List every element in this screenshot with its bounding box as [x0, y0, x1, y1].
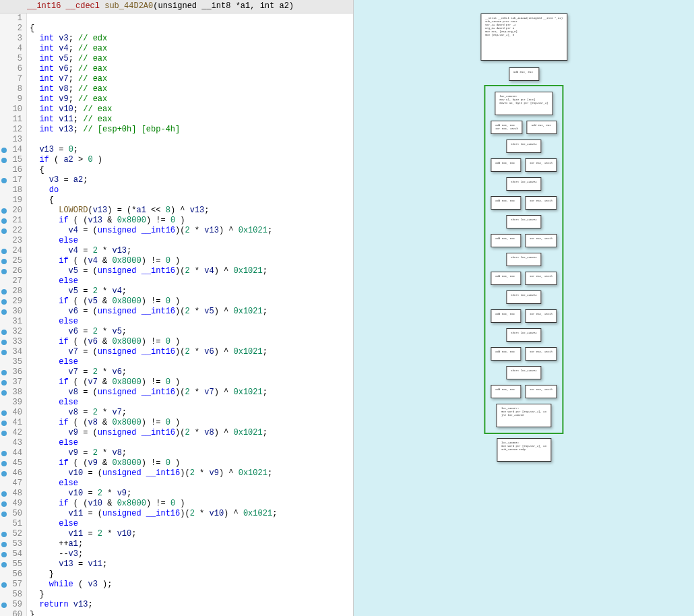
code-text[interactable]: if ( (v13 & 0x8000) != 0 ) [27, 216, 353, 226]
code-text[interactable]: { [27, 165, 353, 175]
breakpoint-dot-icon[interactable] [1, 451, 7, 456]
code-line[interactable]: 57 while ( v3 ); [0, 580, 353, 590]
breakpoint-dot-icon[interactable] [1, 228, 7, 234]
gutter[interactable]: 37 [0, 377, 27, 388]
code-text[interactable]: if ( (v6 & 0x8000) != 0 ) [27, 337, 353, 347]
graph-node[interactable]: add eax, eax [491, 196, 521, 210]
graph-node-entry[interactable]: __int16 __cdecl sub_44D2A0(unsigned __in… [480, 13, 567, 61]
code-text[interactable]: int v4; // eax [27, 44, 353, 54]
graph-node[interactable]: xor eax, 1021h [525, 272, 557, 285]
gutter[interactable]: 24 [0, 246, 27, 256]
gutter[interactable]: 42 [0, 428, 27, 438]
code-line[interactable]: 22 v4 = (unsigned __int16)(2 * v13) ^ 0x… [0, 226, 353, 236]
code-text[interactable]: v10 = 2 * v9; [27, 489, 353, 499]
gutter[interactable]: 27 [0, 276, 27, 286]
code-text[interactable]: if ( (v9 & 0x8000) != 0 ) [27, 458, 353, 468]
code-text[interactable]: v9 = 2 * v8; [27, 448, 353, 458]
breakpoint-dot-icon[interactable] [1, 249, 7, 254]
code-line[interactable]: 30 v6 = (unsigned __int16)(2 * v5) ^ 0x1… [0, 307, 353, 317]
code-line[interactable]: 3 int v3; // edx [0, 34, 353, 44]
code-line[interactable]: 50 v11 = (unsigned __int16)(2 * v10) ^ 0… [0, 509, 353, 519]
code-line[interactable]: 36 v7 = 2 * v6; [0, 367, 353, 377]
code-line[interactable]: 51 else [0, 519, 353, 529]
code-line[interactable]: 35 else [0, 357, 353, 367]
code-text[interactable]: else [27, 479, 353, 489]
gutter[interactable]: 35 [0, 357, 27, 367]
code-text[interactable]: } [27, 610, 353, 616]
code-line[interactable]: 1 [0, 13, 353, 24]
breakpoint-dot-icon[interactable] [1, 532, 7, 537]
code-line[interactable]: 21 if ( (v13 & 0x8000) != 0 ) [0, 216, 353, 226]
code-text[interactable]: if ( (v7 & 0x8000) != 0 ) [27, 377, 353, 388]
code-text[interactable]: v13 = 0; [27, 145, 353, 155]
gutter[interactable]: 58 [0, 590, 27, 600]
graph-node[interactable]: short loc_44D2E4 [506, 366, 541, 379]
code-text[interactable]: } [27, 569, 353, 580]
code-line[interactable]: 29 if ( (v5 & 0x8000) != 0 ) [0, 297, 353, 307]
gutter[interactable]: 46 [0, 468, 27, 479]
code-text[interactable]: v7 = 2 * v6; [27, 367, 353, 377]
code-text[interactable]: v5 = (unsigned __int16)(2 * v4) ^ 0x1021… [27, 266, 353, 276]
code-text[interactable]: int v3; // edx [27, 34, 353, 44]
code-text[interactable]: if ( (v5 & 0x8000) != 0 ) [27, 297, 353, 307]
breakpoint-dot-icon[interactable] [1, 148, 7, 153]
code-line[interactable]: 24 v4 = 2 * v13; [0, 246, 353, 256]
breakpoint-dot-icon[interactable] [1, 582, 7, 588]
gutter[interactable]: 21 [0, 216, 27, 226]
gutter[interactable]: 44 [0, 448, 27, 458]
code-text[interactable]: int v13; // [esp+0h] [ebp-4h] [27, 125, 353, 135]
graph-node[interactable]: short loc_44D2E4 [506, 290, 541, 304]
gutter[interactable]: 52 [0, 529, 27, 539]
code-text[interactable]: else [27, 398, 353, 408]
code-text[interactable]: else [27, 276, 353, 286]
breakpoint-dot-icon[interactable] [1, 178, 7, 183]
code-text[interactable]: v11 = 2 * v10; [27, 529, 353, 539]
gutter[interactable]: 10 [0, 104, 27, 115]
graph-node[interactable]: short loc_44D2E4 [506, 215, 541, 228]
gutter[interactable]: 14 [0, 145, 27, 155]
gutter[interactable]: 48 [0, 489, 27, 499]
breakpoint-dot-icon[interactable] [1, 491, 7, 497]
code-line[interactable]: 42 v9 = (unsigned __int16)(2 * v8) ^ 0x1… [0, 428, 353, 438]
graph-node[interactable]: short loc_44D2E4 [506, 253, 541, 266]
gutter[interactable]: 53 [0, 539, 27, 549]
code-text[interactable]: v7 = (unsigned __int16)(2 * v6) ^ 0x1021… [27, 347, 353, 357]
code-text[interactable]: return v13; [27, 600, 353, 610]
code-line[interactable]: 49 if ( (v10 & 0x8000) != 0 ) [0, 499, 353, 509]
code-line[interactable]: 58 } [0, 590, 353, 600]
graph-node[interactable]: add eax, eax [491, 234, 521, 247]
breakpoint-dot-icon[interactable] [1, 512, 7, 517]
code-text[interactable]: --v3; [27, 549, 353, 559]
code-line[interactable]: 45 if ( (v9 & 0x8000) != 0 ) [0, 458, 353, 468]
gutter[interactable]: 17 [0, 175, 27, 185]
breakpoint-dot-icon[interactable] [1, 603, 7, 608]
code-line[interactable]: 48 v10 = 2 * v9; [0, 489, 353, 499]
code-line[interactable]: 40 v8 = 2 * v7; [0, 408, 353, 418]
code-text[interactable]: v4 = 2 * v13; [27, 246, 353, 256]
gutter[interactable]: 2 [0, 24, 27, 34]
code-line[interactable]: 37 if ( (v7 & 0x8000) != 0 ) [0, 377, 353, 388]
code-text[interactable]: int v7; // eax [27, 74, 353, 84]
gutter[interactable]: 23 [0, 236, 27, 246]
gutter[interactable]: 39 [0, 398, 27, 408]
code-line[interactable]: 31 else [0, 317, 353, 327]
gutter[interactable]: 31 [0, 317, 27, 327]
code-line[interactable]: 17 v3 = a2; [0, 175, 353, 185]
gutter[interactable]: 54 [0, 549, 27, 559]
gutter[interactable]: 3 [0, 34, 27, 44]
code-line[interactable]: 10 int v10; // eax [0, 104, 353, 115]
gutter[interactable]: 4 [0, 44, 27, 54]
gutter[interactable]: 47 [0, 479, 27, 489]
graph-node[interactable]: add eax, eaxxor eax, 1021h [491, 121, 523, 134]
decompiler-code-panel[interactable]: __int16 __cdecl sub_44D2A0(unsigned __in… [0, 0, 354, 616]
breakpoint-dot-icon[interactable] [1, 461, 7, 466]
breakpoint-dot-icon[interactable] [1, 471, 7, 476]
breakpoint-dot-icon[interactable] [1, 289, 7, 295]
breakpoint-dot-icon[interactable] [1, 431, 7, 436]
code-text[interactable]: { [27, 195, 353, 206]
code-line[interactable]: 60} [0, 610, 353, 616]
gutter[interactable]: 49 [0, 499, 27, 509]
gutter[interactable]: 40 [0, 408, 27, 418]
gutter[interactable]: 25 [0, 256, 27, 266]
gutter[interactable]: 60 [0, 610, 27, 616]
